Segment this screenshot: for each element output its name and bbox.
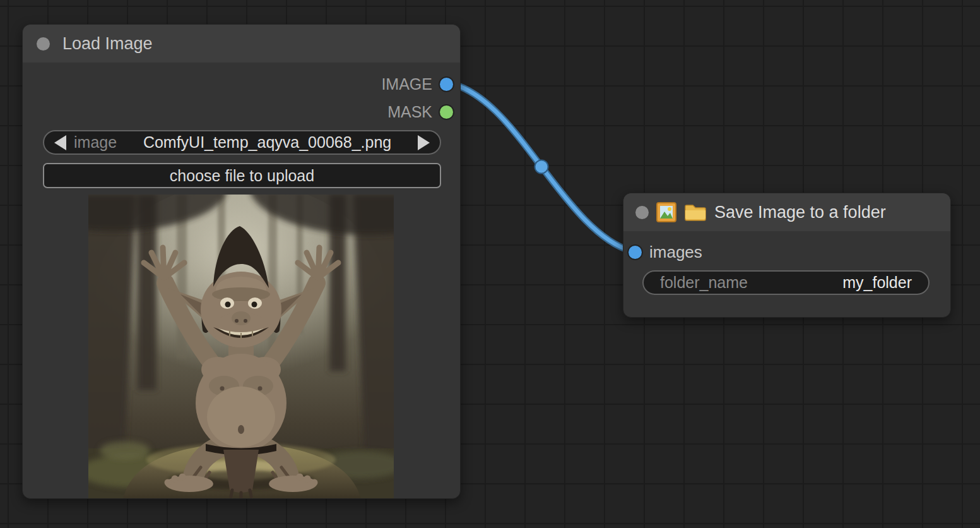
save-image-node-title: Save Image to a folder	[623, 193, 950, 231]
folder-name-value: my_folder	[842, 273, 912, 292]
framed-picture-icon	[656, 202, 676, 222]
folder-name-widget[interactable]: folder_name my_folder	[642, 270, 930, 295]
load-image-node-title: Load Image	[23, 25, 460, 63]
output-image-dot[interactable]	[440, 78, 453, 91]
node-canvas[interactable]: Load Image IMAGE MASK image ComfyUI_temp…	[0, 0, 980, 528]
next-image-arrow-icon[interactable]	[418, 135, 430, 150]
output-mask-dot[interactable]	[440, 105, 453, 119]
image-combo-widget[interactable]: image ComfyUI_temp_aqyva_00068_.png	[43, 130, 441, 155]
input-images-label: images	[649, 243, 702, 262]
input-images-dot[interactable]	[629, 246, 642, 259]
output-image-port: IMAGE	[381, 76, 453, 92]
link-midpoint-dot[interactable]	[535, 160, 548, 174]
image-combo-label: image	[74, 133, 117, 152]
collapse-dot[interactable]	[37, 37, 50, 51]
image-preview	[88, 195, 394, 499]
link-image-to-images[interactable]	[447, 83, 631, 251]
save-image-node[interactable]: Save Image to a folder images folder_nam…	[623, 193, 951, 318]
prev-image-arrow-icon[interactable]	[54, 135, 66, 150]
folder-name-label: folder_name	[660, 273, 748, 292]
folder-icon	[684, 203, 707, 222]
link-wire	[447, 83, 631, 251]
input-images-port: images	[629, 244, 702, 260]
output-mask-port: MASK	[387, 104, 453, 120]
output-mask-label: MASK	[387, 103, 432, 121]
node-title-text: Load Image	[62, 34, 153, 54]
node-title-text: Save Image to a folder	[714, 203, 886, 222]
output-image-label: IMAGE	[381, 75, 432, 93]
link-wire-border	[447, 83, 631, 251]
collapse-dot[interactable]	[635, 206, 649, 219]
image-combo-value: ComfyUI_temp_aqyva_00068_.png	[117, 133, 418, 152]
load-image-node[interactable]: Load Image IMAGE MASK image ComfyUI_temp…	[22, 24, 461, 499]
choose-file-button[interactable]: choose file to upload	[43, 163, 441, 188]
